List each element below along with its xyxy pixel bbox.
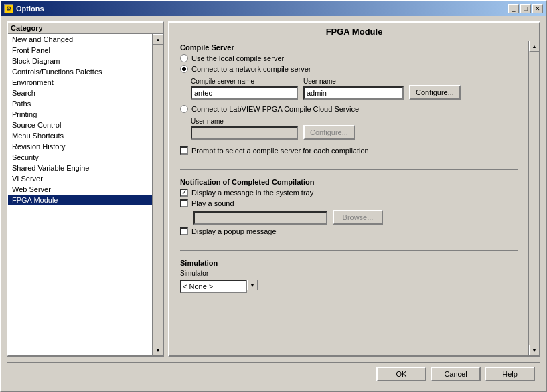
window-title: Options [16, 5, 44, 13]
cloud-user-input[interactable] [191, 126, 298, 140]
prompt-checkbox[interactable] [180, 146, 188, 155]
category-scrollbar: ▲ ▼ [152, 34, 163, 355]
category-item-printing[interactable]: Printing [8, 109, 152, 120]
compile-server-section: Compile Server Use the local compile ser… [180, 43, 518, 157]
category-item-revision-history[interactable]: Revision History [8, 141, 152, 152]
radio-network-label: Connect to a network compile server [191, 65, 311, 73]
right-scroll-up[interactable]: ▲ [529, 41, 539, 52]
prompt-label: Prompt to select a compile server for ea… [191, 146, 369, 155]
category-item-security[interactable]: Security [8, 152, 152, 163]
network-sub-form: Compile server name User name Configure.… [191, 76, 518, 102]
category-header: Category [8, 23, 163, 34]
simulator-dropdown-arrow[interactable]: ▼ [247, 280, 258, 290]
scroll-track [153, 45, 163, 345]
right-scrollbar: ▲ ▼ [528, 41, 539, 355]
main-row: Category New and Changed Front Panel Blo… [7, 21, 540, 357]
category-list: New and Changed Front Panel Block Diagra… [8, 34, 152, 355]
panel-title: FPGA Module [169, 23, 539, 41]
panel-content: Compile Server Use the local compile ser… [169, 41, 528, 355]
cancel-button[interactable]: Cancel [431, 367, 481, 381]
notification-section: Notification of Completed Compilation Di… [180, 178, 518, 238]
simulation-section: Simulation Simulator < None > ▼ [180, 259, 518, 293]
category-item-block-diagram[interactable]: Block Diagram [8, 56, 152, 66]
maximize-button[interactable]: □ [520, 4, 531, 13]
simulator-dropdown-container: < None > ▼ [180, 280, 518, 293]
user-name-group: User name [303, 78, 404, 100]
server-name-label: Compile server name [191, 78, 298, 85]
right-scroll-down[interactable]: ▼ [529, 345, 539, 355]
cloud-user-label: User name [191, 118, 298, 125]
simulator-select[interactable]: < None > [180, 280, 247, 293]
category-item-controls-functions[interactable]: Controls/Functions Palettes [8, 66, 152, 77]
category-item-menu-shortcuts[interactable]: Menu Shortcuts [8, 130, 152, 141]
main-content: Category New and Changed Front Panel Blo… [1, 16, 546, 391]
notification-title: Notification of Completed Compilation [180, 178, 518, 186]
display-message-checkbox[interactable] [180, 189, 188, 197]
play-sound-row[interactable]: Play a sound [180, 199, 518, 207]
divider-2 [180, 250, 518, 251]
configure-button-2[interactable]: Configure... [303, 125, 355, 140]
radio-local-row[interactable]: Use the local compile server [180, 54, 518, 62]
help-button[interactable]: Help [485, 367, 535, 381]
category-panel: Category New and Changed Front Panel Blo… [7, 21, 164, 357]
category-item-source-control[interactable]: Source Control [8, 120, 152, 130]
server-user-row: Compile server name User name Configure.… [191, 76, 518, 100]
radio-cloud-row[interactable]: Connect to LabVIEW FPGA Compile Cloud Se… [180, 105, 518, 113]
category-item-vi-server[interactable]: VI Server [8, 173, 152, 184]
user-name-input[interactable] [303, 86, 404, 100]
category-item-search[interactable]: Search [8, 88, 152, 98]
category-item-environment[interactable]: Environment [8, 77, 152, 88]
compile-server-title: Compile Server [180, 43, 518, 52]
title-bar: ⚙ Options _ □ ✕ [1, 1, 546, 16]
divider-1 [180, 169, 518, 170]
category-item-paths[interactable]: Paths [8, 98, 152, 109]
radio-network-input[interactable] [180, 65, 188, 73]
server-name-input[interactable] [191, 86, 298, 100]
right-scroll-track [529, 52, 539, 345]
right-panel: FPGA Module Compile Server Use the local… [168, 21, 540, 357]
category-item-new-and-changed[interactable]: New and Changed [8, 34, 152, 45]
bottom-bar: OK Cancel Help [7, 362, 540, 385]
options-window: ⚙ Options _ □ ✕ Category New and Changed… [0, 0, 547, 392]
minimize-button[interactable]: _ [508, 4, 519, 13]
radio-cloud-label: Connect to LabVIEW FPGA Compile Cloud Se… [191, 105, 359, 113]
cloud-user-row: User name Configure... [191, 116, 518, 140]
server-name-group: Compile server name [191, 78, 298, 100]
scroll-up-button[interactable]: ▲ [153, 34, 163, 45]
title-buttons: _ □ ✕ [508, 4, 543, 13]
display-message-label: Display a message in the system tray [191, 189, 313, 197]
title-bar-left: ⚙ Options [4, 4, 44, 13]
user-name-label: User name [303, 78, 404, 85]
configure-button-1[interactable]: Configure... [409, 85, 461, 100]
radio-local-input[interactable] [180, 54, 188, 62]
category-item-front-panel[interactable]: Front Panel [8, 45, 152, 56]
sound-file-row: Browse... [193, 210, 518, 225]
radio-cloud-input[interactable] [180, 105, 188, 113]
window-icon: ⚙ [4, 4, 13, 13]
simulator-label: Simulator [180, 270, 518, 277]
simulator-value: < None > [183, 282, 213, 290]
browse-button[interactable]: Browse... [333, 210, 383, 225]
cloud-user-group: User name [191, 118, 298, 140]
sound-file-input[interactable] [193, 211, 327, 225]
category-item-shared-variable[interactable]: Shared Variable Engine [8, 163, 152, 173]
prompt-checkbox-row[interactable]: Prompt to select a compile server for ea… [180, 146, 518, 155]
category-item-web-server[interactable]: Web Server [8, 184, 152, 195]
ok-button[interactable]: OK [376, 367, 426, 381]
radio-local-label: Use the local compile server [191, 54, 284, 62]
popup-label: Display a popup message [191, 227, 277, 235]
simulator-group: Simulator < None > ▼ [180, 270, 518, 293]
display-message-row[interactable]: Display a message in the system tray [180, 189, 518, 197]
popup-row[interactable]: Display a popup message [180, 227, 518, 235]
category-item-fpga-module[interactable]: FPGA Module [8, 195, 152, 205]
play-sound-label: Play a sound [191, 199, 234, 207]
play-sound-checkbox[interactable] [180, 199, 188, 207]
radio-network-row[interactable]: Connect to a network compile server [180, 65, 518, 73]
close-button[interactable]: ✕ [532, 4, 543, 13]
scroll-down-button[interactable]: ▼ [153, 345, 163, 355]
popup-checkbox[interactable] [180, 227, 188, 235]
cloud-sub-form: User name Configure... [191, 116, 518, 142]
simulation-title: Simulation [180, 259, 518, 267]
